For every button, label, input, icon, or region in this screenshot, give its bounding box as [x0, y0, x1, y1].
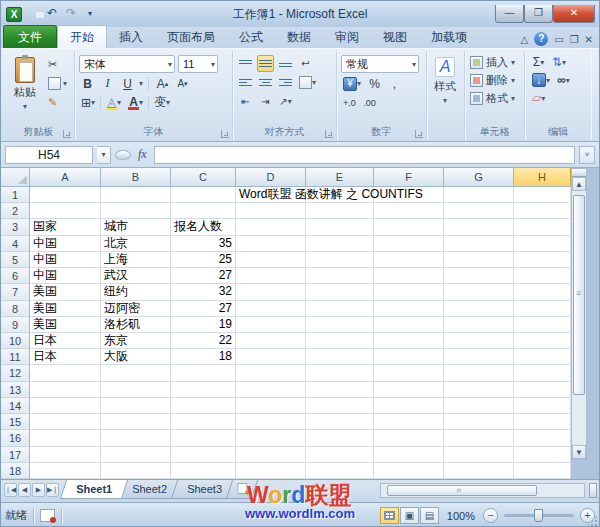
cell-B13[interactable] [101, 382, 171, 398]
cell-H17[interactable] [514, 447, 571, 463]
cell-D13[interactable] [236, 382, 306, 398]
cell-H14[interactable] [514, 398, 571, 414]
zoom-slider[interactable] [504, 514, 574, 517]
cell-B12[interactable] [101, 365, 171, 381]
cell-E12[interactable] [306, 365, 374, 381]
row-header-16[interactable]: 16 [1, 430, 30, 446]
cell-F9[interactable] [374, 317, 444, 333]
format-cells-button[interactable]: 格式▾ [468, 89, 521, 107]
cell-B10[interactable]: 东京 [101, 333, 171, 349]
vertical-scroll-thumb[interactable] [573, 195, 585, 395]
cell-C1[interactable] [171, 187, 236, 203]
delete-cells-button[interactable]: 删除▾ [468, 71, 521, 89]
cell-H9[interactable] [514, 317, 571, 333]
cell-A13[interactable] [30, 382, 101, 398]
cell-D12[interactable] [236, 365, 306, 381]
font-dialog-launcher[interactable] [221, 130, 229, 138]
minimize-button[interactable]: — [495, 5, 524, 23]
cell-E2[interactable] [306, 203, 374, 219]
autosum-button[interactable]: Σ▾ [530, 54, 547, 71]
cell-C14[interactable] [171, 398, 236, 414]
cell-F5[interactable] [374, 252, 444, 268]
middle-align-button[interactable] [257, 55, 274, 72]
row-header-1[interactable]: 1 [1, 187, 30, 203]
cell-G1[interactable] [444, 187, 514, 203]
sheet-tab-sheet1[interactable]: Sheet1 [60, 480, 128, 499]
cell-C7[interactable]: 32 [171, 284, 236, 300]
decrease-decimal-button[interactable]: .00 [361, 94, 378, 111]
last-sheet-button[interactable]: ▶❘ [46, 483, 59, 497]
cell-C9[interactable]: 19 [171, 317, 236, 333]
grow-font-button[interactable]: A▴ [154, 75, 171, 92]
cell-E7[interactable] [306, 284, 374, 300]
cell-G18[interactable] [444, 463, 514, 479]
tab-split-handle[interactable] [589, 483, 597, 498]
zoom-slider-thumb[interactable] [534, 509, 543, 522]
cell-G2[interactable] [444, 203, 514, 219]
cell-H1[interactable] [514, 187, 571, 203]
number-format-combo[interactable]: 常规▾ [341, 55, 419, 73]
redo-button[interactable]: ↷ [63, 6, 79, 22]
cell-H13[interactable] [514, 382, 571, 398]
column-header-B[interactable]: B [101, 168, 171, 187]
ribbon-tab-3[interactable]: 页面布局 [155, 26, 227, 48]
cell-G16[interactable] [444, 430, 514, 446]
cell-A18[interactable] [30, 463, 101, 479]
cell-D16[interactable] [236, 430, 306, 446]
column-header-D[interactable]: D [236, 168, 306, 187]
column-header-G[interactable]: G [444, 168, 514, 187]
cell-B16[interactable] [101, 430, 171, 446]
cell-B11[interactable]: 大阪 [101, 349, 171, 365]
cell-E9[interactable] [306, 317, 374, 333]
cell-D7[interactable] [236, 284, 306, 300]
cell-C16[interactable] [171, 430, 236, 446]
row-header-3[interactable]: 3 [1, 219, 30, 235]
cell-E4[interactable] [306, 236, 374, 252]
cell-D8[interactable] [236, 301, 306, 317]
cell-F18[interactable] [374, 463, 444, 479]
cell-A10[interactable]: 日本 [30, 333, 101, 349]
cell-F8[interactable] [374, 301, 444, 317]
cell-D3[interactable] [236, 219, 306, 235]
styles-button[interactable]: A 样式 ▾ [430, 53, 460, 121]
ribbon-tab-7[interactable]: 视图 [371, 26, 419, 48]
cell-B8[interactable]: 迈阿密 [101, 301, 171, 317]
row-header-9[interactable]: 9 [1, 317, 30, 333]
first-sheet-button[interactable]: ❘◀ [4, 483, 17, 497]
cell-G4[interactable] [444, 236, 514, 252]
alignment-dialog-launcher[interactable] [325, 130, 333, 138]
cell-E18[interactable] [306, 463, 374, 479]
column-header-E[interactable]: E [306, 168, 374, 187]
ribbon-tab-6[interactable]: 审阅 [323, 26, 371, 48]
page-break-view-button[interactable]: ▤ [420, 507, 439, 524]
cell-D14[interactable] [236, 398, 306, 414]
cell-A16[interactable] [30, 430, 101, 446]
cell-A11[interactable]: 日本 [30, 349, 101, 365]
fill-color-button[interactable]: ◬▾ [104, 94, 123, 111]
font-name-combo[interactable]: 宋体▾ [79, 55, 175, 73]
restore-button[interactable]: ❐ [524, 5, 553, 23]
cell-H3[interactable] [514, 219, 571, 235]
cell-H8[interactable] [514, 301, 571, 317]
cell-C3[interactable]: 报名人数 [171, 219, 236, 235]
cell-B18[interactable] [101, 463, 171, 479]
cell-A2[interactable] [30, 203, 101, 219]
cell-H18[interactable] [514, 463, 571, 479]
bold-button[interactable]: B [79, 75, 96, 92]
cell-C11[interactable]: 18 [171, 349, 236, 365]
cell-E16[interactable] [306, 430, 374, 446]
cell-B9[interactable]: 洛杉矶 [101, 317, 171, 333]
copy-button[interactable]: ▾ [46, 75, 69, 91]
workbook-close-icon[interactable]: ✕ [585, 34, 593, 45]
cell-E17[interactable] [306, 447, 374, 463]
cell-B14[interactable] [101, 398, 171, 414]
cell-A14[interactable] [30, 398, 101, 414]
increase-decimal-button[interactable]: +.0 [341, 94, 358, 111]
cell-F3[interactable] [374, 219, 444, 235]
cell-B2[interactable] [101, 203, 171, 219]
wrap-text-button[interactable]: ↩ [297, 55, 314, 72]
orientation-button[interactable]: ↗▾ [277, 93, 294, 110]
next-sheet-button[interactable]: ▶ [32, 483, 45, 497]
cell-B4[interactable]: 北京 [101, 236, 171, 252]
cell-F7[interactable] [374, 284, 444, 300]
